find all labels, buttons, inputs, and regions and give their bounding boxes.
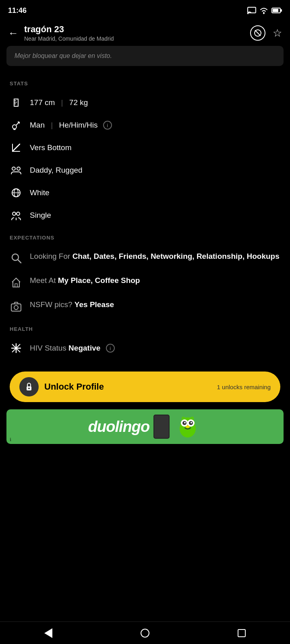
unlock-btn-left: Unlock Profile — [19, 377, 104, 396]
svg-line-17 — [12, 144, 20, 151]
svg-point-18 — [12, 167, 15, 170]
svg-rect-29 — [11, 304, 21, 311]
meet-at-value: My Place, Coffee Shop — [58, 276, 140, 285]
stat-row-position: Vers Bottom — [0, 136, 290, 159]
tribes-value: Daddy, Rugged — [30, 166, 83, 175]
battery-icon — [271, 7, 282, 14]
gender-icon — [10, 119, 23, 132]
stat-row-tribes: Daddy, Rugged — [0, 159, 290, 182]
expect-row-looking: Looking For Chat, Dates, Friends, Networ… — [0, 246, 290, 270]
back-button[interactable]: ← — [8, 27, 19, 39]
svg-rect-28 — [15, 284, 17, 287]
header: ← tragón 23 Near Madrid, Comunidad de Ma… — [0, 20, 290, 46]
tribes-icon — [10, 164, 23, 177]
svg-rect-5 — [273, 9, 278, 12]
recents-square-icon — [238, 629, 246, 637]
looking-for-label: Looking For — [30, 252, 70, 260]
nsfw-label: NSFW pics? — [30, 300, 72, 309]
ethnicity-value: White — [30, 188, 50, 197]
height-value: 177 cm — [30, 98, 55, 107]
svg-line-27 — [18, 260, 21, 263]
ad-banner[interactable]: duolingo ℹ — [6, 409, 284, 444]
duolingo-text: duolingo — [88, 418, 149, 436]
divider: | — [61, 98, 65, 107]
stat-row-gender: Man | He/Him/His i — [0, 114, 290, 136]
gender-text: Man — [30, 121, 45, 129]
search-icon — [10, 252, 23, 264]
svg-point-11 — [12, 125, 17, 129]
stat-row-relationship: Single — [0, 204, 290, 227]
camera-icon — [10, 300, 23, 313]
ad-phone-graphic — [153, 415, 170, 439]
gender-value: Man | He/Him/His i — [30, 121, 112, 130]
svg-line-12 — [16, 122, 19, 125]
block-button[interactable] — [250, 25, 265, 41]
expect-row-nsfw: NSFW pics? Yes Please — [0, 294, 290, 318]
stat-row-measurements: 177 cm | 72 kg — [0, 91, 290, 114]
profile-location: Near Madrid, Comunidad de Madrid — [24, 35, 244, 42]
svg-point-2 — [263, 12, 265, 14]
header-title-group: tragón 23 Near Madrid, Comunidad de Madr… — [24, 24, 244, 42]
relationship-value: Single — [30, 211, 51, 220]
svg-point-44 — [191, 422, 192, 423]
divider2: | — [51, 121, 55, 129]
svg-rect-4 — [281, 9, 282, 12]
looking-for-value: Chat, Dates, Friends, Networking, Relati… — [72, 252, 280, 260]
back-triangle-icon — [44, 628, 52, 638]
stat-row-hiv: HIV Status Negative i — [0, 337, 290, 359]
status-time: 11:46 — [8, 6, 27, 15]
cast-icon — [247, 7, 256, 14]
pronouns-info-button[interactable]: i — [103, 121, 112, 130]
hiv-icon — [10, 342, 23, 355]
svg-line-7 — [255, 30, 261, 36]
meet-at-text: Meet At My Place, Coffee Shop — [30, 275, 140, 287]
measurements-value: 177 cm | 72 kg — [30, 98, 88, 107]
nsfw-text: NSFW pics? Yes Please — [30, 299, 114, 311]
svg-point-23 — [12, 212, 16, 215]
svg-point-19 — [17, 167, 20, 170]
svg-point-30 — [14, 305, 18, 310]
meet-at-label: Meet At — [30, 276, 56, 285]
status-icons — [247, 7, 282, 14]
profile-name: tragón 23 — [24, 24, 244, 35]
unlock-profile-button[interactable]: Unlock Profile 1 unlocks remaining — [10, 372, 280, 402]
relationship-icon — [10, 209, 23, 222]
stat-row-ethnicity: White — [0, 182, 290, 204]
weight-value: 72 kg — [69, 98, 88, 107]
position-value: Vers Bottom — [30, 143, 72, 152]
looking-for-text: Looking For Chat, Dates, Friends, Networ… — [30, 251, 280, 262]
stats-section-label: STATS — [0, 72, 290, 91]
svg-point-45 — [186, 425, 190, 428]
unlock-remaining: 1 unlocks remaining — [217, 384, 271, 390]
measurements-icon — [10, 96, 23, 109]
duolingo-owl-graphic — [174, 413, 202, 441]
home-icon — [10, 276, 23, 289]
hiv-text: HIV Status Negative i — [30, 344, 115, 353]
expect-row-meet: Meet At My Place, Coffee Shop — [0, 270, 290, 294]
bottom-navigation — [0, 621, 290, 644]
ad-info-icon[interactable]: ℹ — [10, 437, 11, 442]
svg-point-43 — [184, 422, 186, 423]
hiv-label: HIV Status — [30, 344, 66, 352]
health-section-label: HEALTH — [0, 318, 290, 337]
wifi-icon — [259, 7, 268, 14]
svg-point-24 — [17, 212, 20, 215]
nsfw-value: Yes Please — [75, 300, 114, 309]
position-icon — [10, 141, 23, 154]
nav-home-button[interactable] — [135, 625, 155, 641]
unlock-icon-circle — [19, 377, 39, 396]
svg-point-36 — [28, 388, 30, 389]
ethnicity-icon — [10, 186, 23, 199]
home-circle-icon — [141, 629, 149, 638]
hiv-info-button[interactable]: i — [106, 344, 115, 353]
nav-recents-button[interactable] — [232, 625, 252, 641]
hiv-value: Negative — [68, 344, 100, 352]
message-text: Mejor bloquear que dejar en visto. — [14, 52, 112, 59]
unlock-label: Unlock Profile — [44, 382, 104, 392]
header-actions: ☆ — [250, 25, 282, 41]
nav-back-button[interactable] — [38, 625, 58, 641]
message-banner: Mejor bloquear que dejar en visto. — [6, 46, 284, 66]
favorite-button[interactable]: ☆ — [273, 27, 282, 39]
pronouns-text: He/Him/His — [59, 121, 97, 129]
expectations-section-label: EXPECTATIONS — [0, 227, 290, 246]
